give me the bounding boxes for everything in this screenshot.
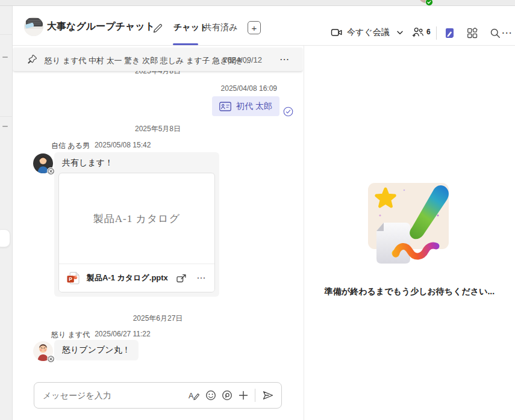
header-divider xyxy=(436,26,437,40)
svg-text:P: P xyxy=(69,276,72,282)
message-timestamp: 2025/04/08 16:09 xyxy=(221,84,277,93)
contact-card-name: 初代 太郎 xyxy=(236,101,272,112)
date-separator: 2025年5月8日 xyxy=(13,124,303,134)
sender-avatar[interactable] xyxy=(33,341,53,361)
composer-divider xyxy=(255,389,255,402)
video-camera-icon xyxy=(331,26,343,39)
composer-toolbar: A xyxy=(186,388,275,403)
participant-count: 6 xyxy=(426,28,431,36)
svg-text:A: A xyxy=(189,392,194,400)
rail-text-fragment xyxy=(2,57,8,58)
file-preview-title: 製品A-1 カタログ xyxy=(93,212,180,226)
file-name: 製品A-1 カタログ.pptx xyxy=(87,273,168,283)
meeting-notes-pen-icon[interactable] xyxy=(442,26,457,40)
meet-now-label: 今すぐ会議 xyxy=(347,27,390,38)
pinned-more-options-icon[interactable]: ⋯ xyxy=(276,52,292,66)
emoji-icon[interactable] xyxy=(202,388,219,403)
pinned-message-bar[interactable]: 怒り ます代 中村 太一 驚き 次郎 悲しみ ます子 急ぎ聞き... 2024/… xyxy=(13,48,303,71)
active-tab-underline xyxy=(173,43,198,45)
contact-card-chip[interactable]: 初代 太郎 xyxy=(212,96,279,116)
message-bubble: 共有します！ 製品A-1 カタログ P xyxy=(54,152,219,297)
read-receipt-icon xyxy=(283,107,293,117)
apps-icon[interactable] xyxy=(465,26,479,40)
date-separator: 2025年6月27日 xyxy=(13,313,303,324)
loading-message: 準備が終わるまでもう少しお待ちください... xyxy=(304,286,515,297)
pinned-sender: 怒り ます代 xyxy=(45,55,87,66)
panel-expand-handle[interactable] xyxy=(0,229,10,247)
message-text: 怒りブンブン丸！ xyxy=(62,345,131,354)
message-timestamp: 2025/06/27 11:22 xyxy=(95,330,151,340)
message-timestamp: 2025/05/08 15:42 xyxy=(95,141,151,151)
format-icon[interactable]: A xyxy=(186,388,202,403)
message-bubble: 怒りブンブン丸！ xyxy=(54,340,139,360)
tab-shared[interactable]: 共有済み xyxy=(204,22,237,33)
pinned-date: 2024/09/12 xyxy=(223,55,262,64)
file-more-options-icon[interactable]: ⋯ xyxy=(195,273,207,283)
chat-message-pane: 2025年4月8日 怒り ます代 中村 太一 驚き 次郎 悲しみ ます子 急ぎ聞… xyxy=(13,46,303,420)
rail-divider xyxy=(0,116,12,117)
message-input[interactable] xyxy=(43,391,186,400)
sender-name: 自信 ある男 xyxy=(51,141,90,151)
file-attachment-card[interactable]: 製品A-1 カタログ P 製品A-1 カタログ.pptx xyxy=(58,173,215,292)
chat-header: 大事なグループチャット チャット 共有済み + 今すぐ会議 xyxy=(13,6,515,46)
message-composer: A xyxy=(34,382,282,409)
message-sender-row: 怒り ます代 2025/06/27 11:22 xyxy=(51,330,151,340)
contact-card-icon xyxy=(219,102,231,111)
rail-divider xyxy=(0,34,12,35)
window-top-strip xyxy=(0,0,515,6)
group-chat-avatar[interactable] xyxy=(24,17,43,36)
rail-text-fragment xyxy=(2,126,8,127)
sender-avatar[interactable] xyxy=(33,153,53,173)
creating-tab-illustration xyxy=(366,177,455,268)
view-participants-button[interactable]: 6 xyxy=(411,26,431,38)
file-share-icon[interactable] xyxy=(176,273,187,283)
message-sender-row: 自信 ある男 2025/05/08 15:42 xyxy=(51,141,151,151)
chevron-down-icon[interactable] xyxy=(396,29,404,36)
add-tab-button[interactable]: + xyxy=(248,21,261,34)
teams-window: 大事なグループチャット チャット 共有済み + 今すぐ会議 xyxy=(0,0,515,420)
file-preview[interactable]: 製品A-1 カタログ xyxy=(59,173,214,264)
meet-now-button[interactable]: 今すぐ会議 xyxy=(331,25,404,40)
tab-chat[interactable]: チャット xyxy=(173,22,208,33)
rename-chat-icon[interactable] xyxy=(151,22,164,35)
message-text: 共有します！ xyxy=(58,156,215,173)
chat-title: 大事なグループチャット xyxy=(47,20,155,33)
loop-component-icon[interactable] xyxy=(219,388,235,403)
attach-plus-icon[interactable] xyxy=(235,388,251,403)
file-footer: P 製品A-1 カタログ.pptx ⋯ xyxy=(59,264,214,292)
sender-name: 怒り ます代 xyxy=(51,330,90,340)
send-icon[interactable] xyxy=(259,388,275,403)
add-people-icon xyxy=(411,26,425,38)
tab-loading-panel: 準備が終わるまでもう少しお待ちください... xyxy=(304,46,515,420)
header-more-options-icon[interactable]: ⋯ xyxy=(499,25,514,40)
pin-icon xyxy=(27,54,37,64)
presence-available-icon xyxy=(425,0,433,6)
left-rail xyxy=(0,6,13,420)
powerpoint-file-icon: P xyxy=(66,271,81,285)
